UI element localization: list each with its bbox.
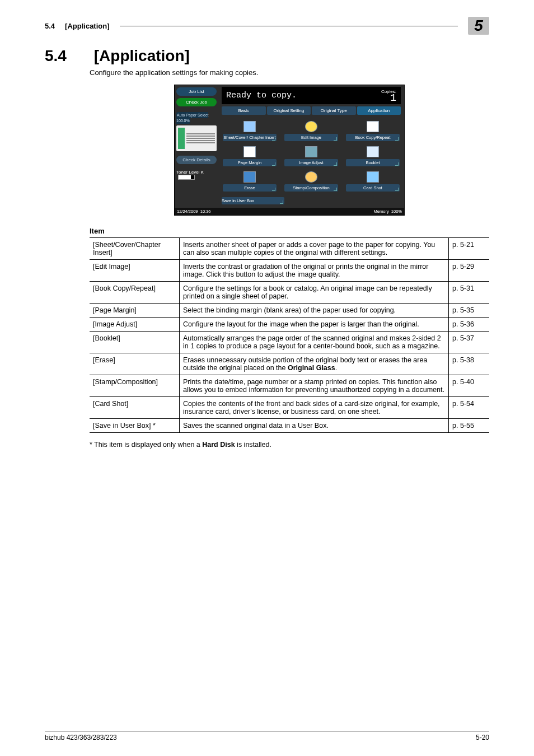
- copier-panel: Job List Check Job Auto Paper Select 100…: [174, 85, 405, 216]
- panel-main: Ready to copy. Copies: 1 Basic Original …: [218, 85, 404, 208]
- item-page: p. 5-29: [449, 260, 490, 282]
- item-page: p. 5-35: [449, 304, 490, 318]
- sheet-cover-icon: [243, 121, 256, 132]
- item-name: [Edit Image]: [90, 260, 180, 282]
- btn-image-adjust[interactable]: Image Adjust: [284, 146, 338, 166]
- table-row: [Erase] Erases unnecessary outside porti…: [90, 353, 489, 375]
- table-row: [Edit Image]Inverts the contrast or grad…: [90, 260, 489, 282]
- section-number: 5.4: [45, 47, 90, 65]
- item-desc: Inserts another sheet of paper or adds a…: [180, 238, 449, 260]
- section-heading: 5.4 [Application]: [45, 47, 489, 65]
- image-adjust-icon: [305, 146, 317, 157]
- erase-icon: [243, 171, 256, 183]
- table-row: [Save in User Box] *Saves the scanned or…: [90, 419, 489, 433]
- running-head: 5.4 [Application] 5: [45, 17, 489, 35]
- item-page: p. 5-55: [449, 419, 490, 433]
- table-row: [Booklet]Automatically arranges the page…: [90, 332, 489, 353]
- btn-book-copy[interactable]: Book Copy/Repeat: [346, 120, 400, 141]
- tab-original-setting[interactable]: Original Setting: [267, 106, 311, 115]
- item-page: p. 5-38: [449, 353, 490, 375]
- btn-sheet-cover[interactable]: Sheet/Cover/ Chapter Insert: [223, 120, 277, 141]
- table-row: [Stamp/Composition]Prints the date/time,…: [90, 375, 489, 397]
- copies-display: Copies: 1: [381, 89, 396, 102]
- table-row: [Book Copy/Repeat]Configure the settings…: [90, 282, 489, 304]
- tab-original-type[interactable]: Original Type: [312, 106, 356, 115]
- intro-text: Configure the application settings for m…: [90, 68, 489, 77]
- panel-tabs: Basic Original Setting Original Type App…: [222, 106, 401, 115]
- item-page: p. 5-36: [449, 318, 490, 332]
- item-name: [Image Adjust]: [90, 318, 180, 332]
- table-row: [Image Adjust]Configure the layout for t…: [90, 318, 489, 332]
- btn-page-margin[interactable]: Page Margin: [223, 146, 277, 166]
- table-title: Item: [90, 227, 489, 235]
- item-name: [Booklet]: [90, 332, 180, 353]
- job-list-button[interactable]: Job List: [176, 87, 217, 96]
- check-job-button[interactable]: Check Job: [176, 98, 217, 106]
- item-desc: Prints the date/time, page number or a s…: [180, 375, 449, 397]
- panel-sidebar: Job List Check Job Auto Paper Select 100…: [175, 85, 218, 208]
- item-desc: Erases unnecessary outside portion of th…: [180, 353, 449, 375]
- item-name: [Card Shot]: [90, 397, 180, 419]
- item-desc: Automatically arranges the page order of…: [180, 332, 449, 353]
- btn-edit-image[interactable]: Edit Image: [284, 120, 338, 141]
- btn-save-user-box[interactable]: Save in User Box: [222, 197, 284, 204]
- tab-basic[interactable]: Basic: [222, 106, 266, 115]
- footer-page: 5-20: [476, 734, 489, 741]
- auto-paper-indicator: Auto Paper Select 100.0%: [176, 112, 208, 124]
- panel-footer: 12/24/2009 10:36 Memory 100%: [175, 208, 404, 215]
- btn-card-shot[interactable]: Card Shot: [346, 171, 400, 192]
- item-page: p. 5-37: [449, 332, 490, 353]
- section-title: [Application]: [94, 47, 190, 64]
- item-desc: Copies the contents of the front and bac…: [180, 397, 449, 419]
- item-desc: Inverts the contrast or gradation of the…: [180, 260, 449, 282]
- head-rule: [120, 26, 458, 26]
- preview-thumbnail: [176, 125, 217, 151]
- page-footer: bizhub 423/363/283/223 5-20: [45, 731, 489, 741]
- btn-erase[interactable]: Erase: [223, 171, 277, 192]
- item-desc: Configure the settings for a book or cat…: [180, 282, 449, 304]
- tab-application[interactable]: Application: [357, 106, 401, 115]
- page-margin-icon: [243, 146, 256, 157]
- book-copy-icon: [367, 121, 379, 132]
- item-desc: Configure the layout for the image when …: [180, 318, 449, 332]
- item-name: [Stamp/Composition]: [90, 375, 180, 397]
- stamp-icon: [305, 171, 317, 183]
- item-name: [Sheet/Cover/Chapter Insert]: [90, 238, 180, 260]
- btn-booklet[interactable]: Booklet: [346, 146, 400, 166]
- item-name: [Erase]: [90, 353, 180, 375]
- toner-level: Toner Level K: [176, 170, 217, 180]
- head-section-no: 5.4: [45, 22, 55, 30]
- items-table: [Sheet/Cover/Chapter Insert]Inserts anot…: [90, 237, 489, 433]
- footer-model: bizhub 423/363/283/223: [45, 734, 117, 741]
- ready-message: Ready to copy.: [226, 91, 297, 100]
- item-desc: Saves the scanned original data in a Use…: [180, 419, 449, 433]
- booklet-icon: [367, 146, 379, 157]
- footnote: * This item is displayed only when a Har…: [90, 441, 489, 449]
- item-name: [Save in User Box] *: [90, 419, 180, 433]
- card-shot-icon: [367, 171, 379, 183]
- check-details-button[interactable]: Check Details: [176, 156, 217, 164]
- item-page: p. 5-31: [449, 282, 490, 304]
- head-section-title: [Application]: [65, 22, 109, 30]
- table-row: [Page Margin]Select the binding margin (…: [90, 304, 489, 318]
- table-row: [Card Shot]Copies the contents of the fr…: [90, 397, 489, 419]
- chapter-badge: 5: [468, 17, 489, 35]
- table-row: [Sheet/Cover/Chapter Insert]Inserts anot…: [90, 238, 489, 260]
- item-page: p. 5-21: [449, 238, 490, 260]
- item-desc: Select the binding margin (blank area) o…: [180, 304, 449, 318]
- edit-image-icon: [305, 121, 317, 132]
- item-page: p. 5-40: [449, 375, 490, 397]
- status-bar: Ready to copy. Copies: 1: [222, 87, 401, 104]
- btn-stamp[interactable]: Stamp/Composition: [284, 171, 338, 192]
- item-page: p. 5-54: [449, 397, 490, 419]
- application-grid: Sheet/Cover/ Chapter Insert Edit Image B…: [222, 117, 401, 195]
- item-name: [Book Copy/Repeat]: [90, 282, 180, 304]
- item-name: [Page Margin]: [90, 304, 180, 318]
